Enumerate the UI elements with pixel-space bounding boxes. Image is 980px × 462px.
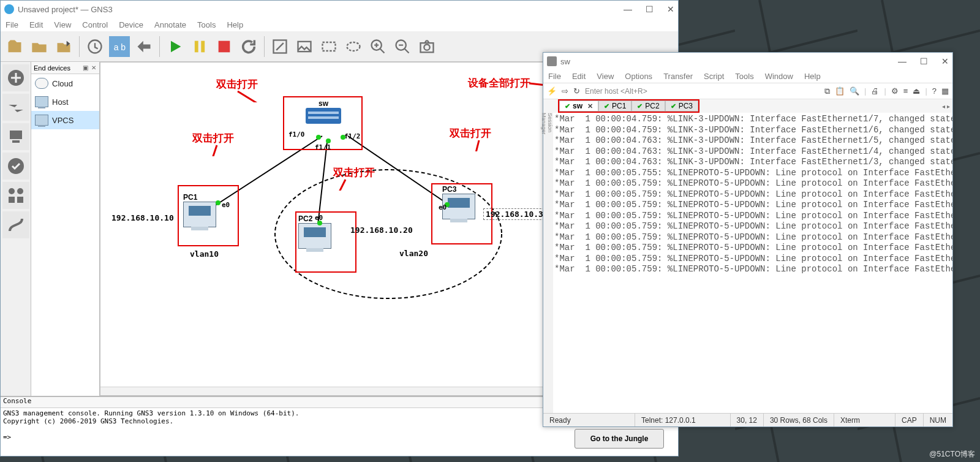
ellipse-icon[interactable]: [343, 36, 364, 57]
paste-icon[interactable]: 📋: [835, 86, 845, 96]
zoom-in-icon[interactable]: [368, 36, 388, 57]
show-interfaces-icon[interactable]: a b: [109, 36, 130, 57]
svg-rect-2: [195, 40, 198, 52]
session-tab-sw[interactable]: ✔sw✕: [559, 100, 598, 112]
status-termtype: Xterm: [834, 414, 895, 426]
all-devices-category-icon[interactable]: [2, 182, 29, 209]
device-item-cloud[interactable]: Cloud: [31, 74, 99, 93]
check-icon: ✔: [671, 102, 676, 110]
menu-edit[interactable]: Edit: [29, 20, 43, 29]
menu-control[interactable]: Control: [82, 20, 108, 29]
menu-help[interactable]: Help: [227, 20, 243, 29]
start-all-icon[interactable]: [165, 36, 186, 57]
session-tab-pc3[interactable]: ✔PC3: [665, 100, 698, 112]
session-options-icon[interactable]: ≡: [903, 86, 908, 96]
menu-file[interactable]: File: [6, 20, 18, 29]
crt-menu-view[interactable]: View: [597, 72, 614, 81]
device-item-vpcs[interactable]: VPCS: [31, 111, 99, 129]
pc3-label: PC3: [442, 185, 456, 194]
device-item-host[interactable]: Host: [31, 93, 99, 111]
go-to-jungle-button[interactable]: Go to the Jungle: [575, 429, 664, 449]
maximize-button[interactable]: ☐: [646, 4, 654, 14]
port-f1-2: f1/2: [344, 132, 361, 140]
note-icon[interactable]: [270, 36, 290, 57]
stop-all-icon[interactable]: [214, 36, 235, 57]
crt-menu-window[interactable]: Window: [765, 72, 793, 81]
crt-menu-transfer[interactable]: Transfer: [663, 72, 693, 81]
tab-nav[interactable]: ◂ ▸: [942, 103, 950, 110]
snapshot-icon[interactable]: [85, 36, 105, 57]
copy-icon[interactable]: ⧉: [824, 86, 830, 96]
securecrt-window: sw — ☐ ✕ FileEditViewOptionsTransferScri…: [543, 52, 953, 427]
crt-close-button[interactable]: ✕: [941, 56, 949, 66]
reconnect-icon[interactable]: ↻: [573, 86, 580, 96]
pc2-label: PC2: [298, 214, 312, 223]
open-project-icon[interactable]: [4, 36, 25, 57]
svg-point-8: [347, 42, 360, 51]
end-devices-header: End devices: [34, 64, 70, 72]
crt-toolbar: ⚡ ⇨ ↻ Enter host <Alt+R> ⧉ 📋 🔍 | 🖨 | ⚙ ≡…: [543, 83, 952, 99]
menu-device[interactable]: Device: [119, 20, 143, 29]
menu-annotate[interactable]: Annotate: [154, 20, 186, 29]
image-icon[interactable]: [294, 36, 315, 57]
status-size: 30 Rows, 68 Cols: [764, 414, 834, 426]
gns3-menubar: FileEditViewControlDeviceAnnotateToolsHe…: [1, 18, 678, 31]
session-manager-label: Session Manager: [545, 113, 553, 135]
crt-app-icon: [547, 56, 557, 66]
host-input[interactable]: Enter host <Alt+R>: [585, 87, 820, 96]
crt-menu-edit[interactable]: Edit: [572, 72, 586, 81]
end-devices-category-icon[interactable]: [2, 123, 29, 150]
crt-title: sw: [560, 57, 570, 66]
security-category-icon[interactable]: [2, 153, 29, 180]
close-button[interactable]: ✕: [667, 4, 674, 14]
minimize-button[interactable]: —: [624, 4, 632, 14]
tile-icon[interactable]: ▦: [941, 86, 949, 96]
svg-point-18: [17, 188, 23, 194]
vlan20-label: vlan20: [399, 249, 428, 258]
menu-tools[interactable]: Tools: [197, 20, 216, 29]
session-tab-pc1[interactable]: ✔PC1: [598, 100, 631, 112]
menu-view[interactable]: View: [54, 20, 71, 29]
pause-all-icon[interactable]: [189, 36, 210, 57]
panel-controls[interactable]: ▣ ✕: [83, 64, 97, 71]
annotation-sw: 双击打开: [216, 77, 258, 91]
screenshot-icon[interactable]: [417, 36, 437, 57]
sw-label: sw: [318, 99, 328, 108]
crt-menu-tools[interactable]: Tools: [735, 72, 753, 81]
close-tab-icon[interactable]: ✕: [587, 102, 593, 110]
node-pc1[interactable]: PC1: [183, 193, 216, 227]
toggle-icon[interactable]: ⏏: [913, 86, 920, 96]
quick-connect-icon[interactable]: ⚡: [547, 86, 557, 96]
session-tab-pc2[interactable]: ✔PC2: [631, 100, 665, 112]
help-icon[interactable]: ?: [932, 86, 937, 96]
node-sw[interactable]: sw: [306, 99, 341, 124]
crt-maximize-button[interactable]: ☐: [920, 56, 928, 66]
open-icon[interactable]: [29, 36, 50, 57]
save-icon[interactable]: [53, 36, 74, 57]
svg-rect-19: [9, 197, 15, 203]
svg-text:a b: a b: [114, 42, 126, 51]
switches-category-icon[interactable]: [2, 94, 29, 121]
crt-minimize-button[interactable]: —: [898, 56, 907, 66]
terminal-output[interactable]: *Mar 1 00:00:04.759: %LINK-3-UPDOWN: Int…: [543, 113, 952, 413]
crt-menu-help[interactable]: Help: [804, 72, 821, 81]
device-category-palette: [1, 62, 31, 396]
device-item-label: VPCS: [52, 116, 74, 125]
cloud-icon: [35, 78, 48, 89]
crt-menu-file[interactable]: File: [548, 72, 561, 81]
crt-titlebar: sw — ☐ ✕: [543, 53, 952, 70]
reload-all-icon[interactable]: [238, 36, 259, 57]
routers-category-icon[interactable]: [2, 64, 29, 91]
settings-icon[interactable]: ⚙: [891, 86, 899, 96]
zoom-out-icon[interactable]: [392, 36, 413, 57]
link-tool-icon[interactable]: [2, 211, 29, 238]
rectangle-icon[interactable]: [318, 36, 339, 57]
connect-icon[interactable]: ⇨: [562, 86, 568, 96]
crt-menu-options[interactable]: Options: [625, 72, 652, 81]
find-icon[interactable]: 🔍: [850, 86, 859, 96]
annotation-pc3: 双击打开: [450, 126, 491, 140]
print-icon[interactable]: 🖨: [871, 86, 879, 96]
svg-point-12: [424, 44, 429, 50]
console-all-icon[interactable]: [134, 36, 154, 57]
crt-menu-script[interactable]: Script: [704, 72, 724, 81]
